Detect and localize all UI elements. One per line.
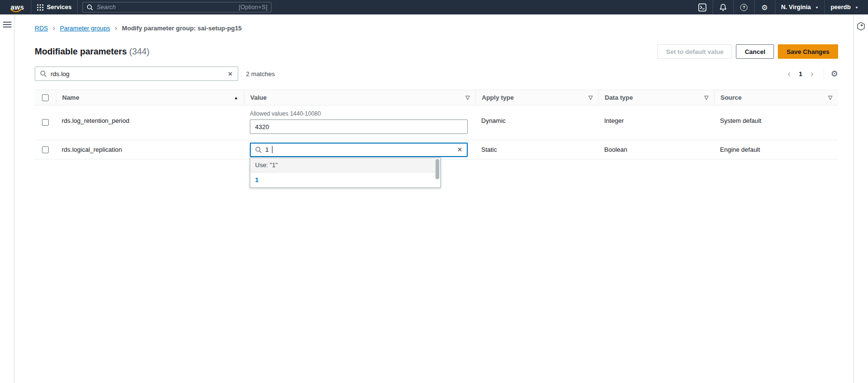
parameter-value-input[interactable] [250,119,468,134]
right-side-rail [854,14,868,383]
text-caret [272,146,272,153]
column-header-data-type: Data type ▽ [598,90,714,105]
cancel-button[interactable]: Cancel [736,44,774,59]
row-checkbox[interactable] [42,119,49,126]
toolbar: ✕ 2 matches ‹ 1 › ⚙ [35,66,838,81]
region-label: N. Virginia [781,4,811,11]
help-button[interactable]: ? [734,4,754,11]
source-value: System default [714,110,838,124]
match-count: 2 matches [246,70,275,78]
search-icon [255,146,262,153]
dropdown-scrollbar-thumb[interactable] [435,159,439,179]
chevron-down-icon: ▼ [855,6,858,9]
filter-dropdown-icon[interactable]: ▽ [828,94,832,101]
parameter-value-cell: Allowed values 1440-10080 [244,110,475,134]
search-icon [87,4,93,11]
clear-value-icon[interactable]: ✕ [457,146,462,153]
apply-type-value: Dynamic [475,110,598,124]
combobox-value-text: 1 [265,146,269,153]
allowed-values-hint: Allowed values 1440-10080 [250,110,468,117]
dropdown-scrollbar [435,158,440,187]
column-label: Data type [605,94,633,101]
row-select-cell [35,146,56,153]
hamburger-menu-icon[interactable] [3,20,12,27]
column-label: Apply type [482,94,514,101]
table-header-row: Name ▲ Value ▽ Apply type ▽ [35,90,838,106]
column-label: Name [62,94,79,101]
services-grid-icon [37,4,43,11]
column-label: Value [250,94,267,101]
filter-dropdown-icon[interactable]: ▽ [705,94,708,101]
set-to-default-button[interactable]: Set to default value [657,44,732,59]
data-type-value: Boolean [598,146,714,153]
sort-ascending-icon[interactable]: ▲ [234,95,238,100]
current-page-number[interactable]: 1 [796,70,805,78]
use-typed-value-option[interactable]: Use: "1" [250,158,440,172]
header-actions: Set to default value Cancel Save Changes [657,44,838,59]
bell-icon [719,3,727,12]
cloudshell-button[interactable] [692,3,713,12]
next-page-button[interactable]: › [807,69,817,78]
parameter-name: rds.logical_replication [56,146,244,153]
data-type-value: Integer [598,110,714,124]
aws-smile-icon [10,9,22,13]
global-search-shortcut: [Option+S] [239,4,267,11]
save-changes-button[interactable]: Save Changes [778,44,838,59]
parameter-filter-box: ✕ [35,66,238,81]
page-title: Modifiable parameters(344) [35,47,149,57]
column-header-value: Value ▽ [244,90,475,105]
settings-button[interactable]: ⚙ [755,4,775,11]
select-all-checkbox[interactable] [42,94,49,101]
chevron-right-icon: › [115,24,117,32]
column-label: Source [720,94,742,101]
global-search-placeholder: Search [96,4,235,11]
toolbar-divider [824,68,824,79]
breadcrumb-link-rds[interactable]: RDS [35,25,48,32]
clear-filter-icon[interactable]: ✕ [228,71,233,77]
row-checkbox[interactable] [42,146,49,153]
region-selector[interactable]: N. Virginia ▼ [775,0,825,14]
column-header-apply-type: Apply type ▽ [475,90,598,105]
select-all-cell [35,90,56,105]
value-search-combobox[interactable]: 1 ✕ [250,143,468,157]
page-title-text: Modifiable parameters [35,47,127,56]
chevron-down-icon: ▼ [815,6,818,9]
account-menu[interactable]: peerdb ▼ [825,0,864,14]
page-body: RDS › Parameter groups › Modify paramete… [0,14,868,383]
aws-logo[interactable]: aws [4,0,31,14]
filter-dropdown-icon[interactable]: ▽ [466,94,470,101]
filter-dropdown-icon[interactable]: ▽ [589,94,593,101]
panel-header: Modifiable parameters(344) Set to defaul… [35,44,838,59]
help-glyph: ? [743,5,746,10]
table-preferences-gear-icon[interactable]: ⚙ [831,70,838,78]
parameter-count: (344) [129,47,149,56]
notifications-button[interactable] [713,3,733,12]
parameter-name: rds.log_retention_period [56,110,244,124]
top-nav-bar: aws Services Search [Op [0,0,868,14]
cloudshell-terminal-icon [698,3,706,12]
topbar-divider [77,0,78,14]
parameters-table: Name ▲ Value ▽ Apply type ▽ [35,90,838,159]
row-select-cell [35,119,56,126]
table-row: rds.log_retention_period Allowed values … [35,106,838,140]
global-search-box[interactable]: Search [Option+S] [82,2,271,13]
apply-type-value: Static [475,146,598,153]
services-label: Services [47,4,71,11]
parameter-filter-input[interactable] [51,70,224,78]
services-menu-button[interactable]: Services [31,0,77,14]
table-row: rds.logical_replication 1 ✕ Use [35,140,838,159]
aws-console-screen: aws Services Search [Op [0,0,868,383]
left-side-rail [0,14,14,383]
column-header-source: Source ▽ [714,90,838,105]
breadcrumb: RDS › Parameter groups › Modify paramete… [35,24,838,32]
gear-icon: ⚙ [761,4,768,11]
account-label: peerdb [830,4,851,11]
column-header-name[interactable]: Name ▲ [56,90,244,105]
breadcrumb-link-parameter-groups[interactable]: Parameter groups [60,25,110,32]
source-value: Engine default [714,146,838,153]
previous-page-button[interactable]: ‹ [785,69,794,78]
side-panel-hexagon-icon[interactable] [856,22,866,31]
parameter-value-cell: 1 ✕ Use: "1" 1 [244,143,475,157]
matching-value-option[interactable]: 1 [250,172,440,187]
pagination: ‹ 1 › ⚙ [785,68,838,79]
